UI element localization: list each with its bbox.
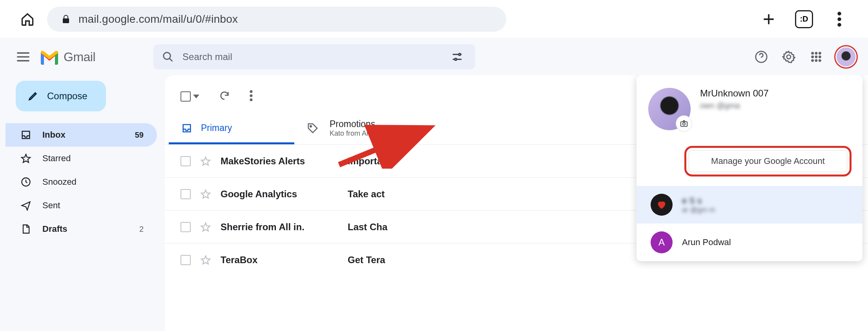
switch-account-row[interactable]: e S s ar @gm m (636, 186, 863, 224)
apps-icon (811, 51, 822, 62)
change-photo-button[interactable] (676, 115, 692, 132)
star-button[interactable] (200, 255, 211, 266)
pencil-icon (27, 91, 38, 102)
sidebar: Compose Inbox 59 Starred Snoozed Sent Dr… (0, 75, 165, 331)
search-input[interactable] (182, 51, 439, 62)
gmail-header: Gmail (0, 38, 868, 75)
subject: Take act (348, 189, 385, 200)
sender: TeraBox (221, 255, 338, 266)
tune-icon (451, 51, 463, 63)
subject: Get Tera (348, 255, 385, 266)
gear-icon (782, 50, 795, 64)
send-icon (20, 200, 31, 211)
browser-menu-button[interactable] (830, 10, 848, 28)
account-row-email: ar @gm m (682, 206, 715, 214)
apps-button[interactable] (807, 47, 826, 66)
sidebar-item-snoozed[interactable]: Snoozed (5, 170, 157, 194)
nav-label: Snoozed (42, 177, 77, 187)
extension-label: :D (800, 15, 808, 24)
search-bar[interactable] (153, 44, 475, 69)
popover-avatar[interactable] (648, 88, 691, 130)
svg-point-3 (164, 53, 171, 60)
sidebar-item-sent[interactable]: Sent (5, 194, 157, 217)
account-avatar-icon: A (651, 231, 673, 253)
inbox-icon (181, 123, 192, 134)
star-button[interactable] (200, 189, 211, 200)
sender: Sherrie from All in. (221, 222, 338, 233)
lock-icon (61, 14, 71, 25)
star-button[interactable] (200, 156, 211, 167)
url-bar[interactable]: mail.google.com/mail/u/0/#inbox (47, 7, 506, 32)
svg-point-14 (811, 59, 814, 62)
svg-point-13 (819, 56, 821, 58)
svg-point-12 (815, 56, 818, 58)
svg-point-11 (811, 56, 814, 58)
main-menu-button[interactable] (14, 48, 32, 66)
browser-bar: mail.google.com/mail/u/0/#inbox :D (0, 0, 868, 38)
star-icon (20, 153, 31, 164)
svg-point-23 (683, 123, 685, 125)
nav-label: Drafts (42, 224, 67, 234)
tab-label: Promotions (330, 119, 375, 129)
select-all-dropdown[interactable] (181, 91, 199, 102)
kebab-icon (250, 90, 253, 101)
svg-point-9 (815, 52, 818, 55)
sender: MakeStories Alerts (221, 156, 338, 167)
account-popover: MrUnknown 007 own @gma Manage your Googl… (636, 75, 863, 261)
camera-icon (680, 119, 688, 128)
url-text: mail.google.com/mail/u/0/#inbox (78, 13, 238, 25)
support-button[interactable] (752, 47, 771, 66)
account-name: MrUnknown 007 (700, 88, 769, 99)
svg-point-7 (787, 55, 791, 59)
row-checkbox[interactable] (181, 156, 191, 166)
checkbox-icon (181, 91, 191, 102)
help-icon (755, 50, 768, 64)
nav-label: Sent (42, 200, 60, 211)
new-tab-button[interactable] (760, 10, 778, 28)
settings-button[interactable] (779, 47, 798, 66)
svg-point-5 (455, 58, 457, 60)
nav-count: 59 (135, 131, 144, 140)
account-avatar-button[interactable] (834, 45, 858, 69)
row-checkbox[interactable] (181, 189, 191, 199)
tag-icon (307, 122, 319, 134)
sidebar-item-inbox[interactable]: Inbox 59 (5, 123, 157, 147)
account-avatar-icon (651, 194, 673, 216)
svg-point-4 (459, 53, 461, 55)
svg-point-15 (815, 59, 818, 62)
account-row-name: e S s (682, 196, 715, 206)
svg-point-19 (250, 95, 253, 97)
annotation-highlight: Manage your Google Account (684, 146, 852, 176)
more-button[interactable] (250, 90, 253, 103)
clock-icon (20, 176, 31, 187)
star-button[interactable] (200, 222, 211, 233)
search-icon (162, 51, 174, 63)
tab-label: Primary (201, 123, 232, 133)
sender: Google Analytics (221, 189, 338, 200)
svg-point-18 (250, 90, 253, 93)
tab-description: Kato from All (330, 129, 375, 138)
tab-primary[interactable]: Primary (169, 114, 294, 144)
svg-point-8 (811, 52, 814, 55)
compose-label: Compose (47, 91, 88, 102)
compose-button[interactable]: Compose (16, 81, 106, 111)
home-button[interactable] (20, 11, 35, 27)
sidebar-item-drafts[interactable]: Drafts 2 (5, 217, 157, 241)
switch-account-row[interactable]: A Arun Podwal (636, 224, 863, 261)
extension-button[interactable]: :D (795, 10, 813, 28)
inbox-icon (20, 129, 31, 140)
sidebar-item-starred[interactable]: Starred (5, 147, 157, 170)
row-checkbox[interactable] (181, 255, 191, 265)
manage-account-button[interactable]: Manage your Google Account (689, 150, 847, 172)
svg-point-2 (837, 23, 841, 27)
svg-point-16 (819, 59, 821, 62)
search-options-button[interactable] (448, 47, 467, 66)
row-checkbox[interactable] (181, 222, 191, 232)
tab-promotions[interactable]: Promotions Kato from All (294, 114, 388, 144)
refresh-button[interactable] (219, 90, 230, 103)
svg-point-0 (837, 12, 841, 16)
svg-point-21 (310, 125, 312, 127)
gmail-logo[interactable]: Gmail (39, 49, 95, 65)
subject: Last Cha (348, 222, 387, 233)
subject: Importa (348, 156, 382, 167)
